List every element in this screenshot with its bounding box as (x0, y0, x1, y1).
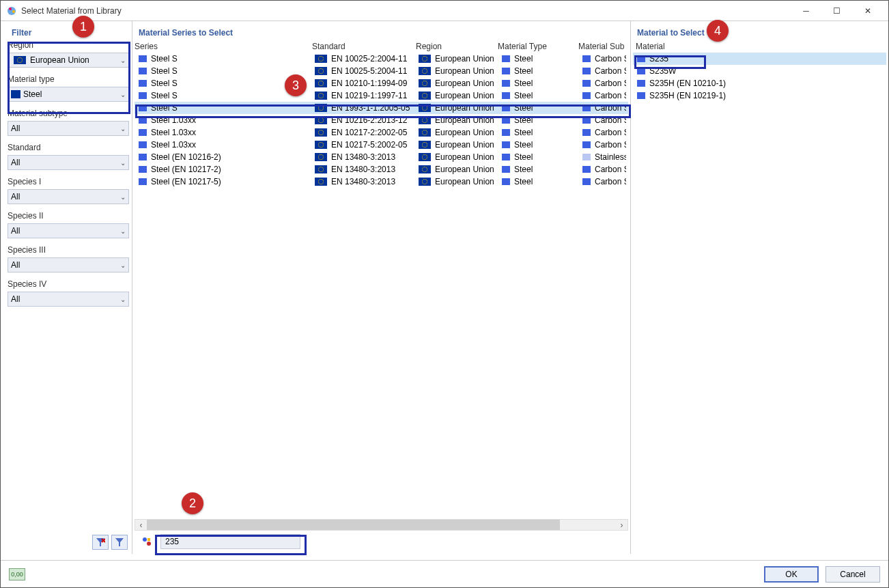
filter-combo-species-ii[interactable]: All⌄ (8, 223, 129, 238)
series-row[interactable]: Steel (EN 10217-5)EN 13480-3:2013Europea… (135, 176, 628, 188)
filter-label: Standard (8, 143, 129, 152)
filter-combo-material-subtype[interactable]: All⌄ (8, 121, 129, 136)
scroll-left-icon[interactable]: ‹ (135, 520, 147, 530)
cell: Steel S (135, 66, 312, 76)
maximize-button[interactable]: ☐ (821, 1, 852, 20)
cell: European Union (416, 54, 498, 64)
col-material-type[interactable]: Material Type (498, 42, 578, 51)
eu-flag-icon (419, 153, 431, 161)
cell: Carbon St (578, 128, 626, 137)
color-swatch-icon (502, 154, 510, 160)
eu-flag-icon (315, 92, 327, 100)
series-row[interactable]: Steel SEN 10219-1:1997-11European UnionS… (135, 89, 628, 102)
series-row[interactable]: Steel SEN 1993-1-1:2005-05European Union… (135, 102, 628, 114)
series-row[interactable]: Steel 1.03xxEN 10217-5:2002-05European U… (135, 139, 628, 151)
cell: Steel (498, 115, 578, 125)
eu-flag-icon (315, 104, 327, 112)
cell: European Union (416, 165, 498, 174)
units-button[interactable]: 0,00 (9, 568, 25, 580)
cancel-button[interactable]: Cancel (825, 566, 880, 583)
filter-combo-standard[interactable]: All⌄ (8, 155, 129, 170)
close-button[interactable]: ✕ (852, 1, 883, 20)
horizontal-scrollbar[interactable]: ‹ › (135, 519, 628, 531)
cell: EN 10210-1:1994-09 (312, 79, 416, 88)
eu-flag-icon (315, 116, 327, 124)
cell: Carbon St (578, 103, 626, 113)
filter-group: Species IIIAll⌄ (8, 245, 129, 272)
minimize-button[interactable]: ─ (791, 1, 821, 20)
cell: European Union (416, 177, 498, 186)
series-row[interactable]: Steel 1.03xxEN 10217-2:2002-05European U… (135, 126, 628, 139)
eu-flag-icon (419, 92, 431, 100)
color-swatch-icon (582, 68, 591, 74)
cell: EN 13480-3:2013 (312, 152, 416, 162)
cell: Steel S (135, 103, 312, 113)
cell: European Union (416, 115, 498, 125)
material-row[interactable]: S235W (633, 65, 886, 77)
color-swatch-icon (502, 104, 510, 111)
color-swatch-icon (139, 55, 147, 62)
material-row[interactable]: S235 (633, 53, 886, 65)
material-row[interactable]: S235H (EN 10210-1) (633, 77, 886, 89)
series-table: Series Standard Region Material Type Mat… (135, 40, 628, 516)
cell: Steel (EN 10217-5) (135, 177, 312, 186)
cell: EN 10217-2:2002-05 (312, 128, 416, 137)
eu-flag-icon (419, 79, 431, 87)
eu-flag-icon (315, 165, 327, 173)
search-input[interactable]: 235 (160, 534, 300, 549)
filter-combo-material-type[interactable]: Steel⌄ (8, 87, 129, 102)
chevron-down-icon: ⌄ (120, 125, 126, 132)
series-row[interactable]: Steel (EN 10217-2)EN 13480-3:2013Europea… (135, 163, 628, 176)
filter-combo-species-i[interactable]: All⌄ (8, 189, 129, 204)
material-name: S235H (EN 10210-1) (649, 79, 726, 88)
color-swatch-icon (582, 55, 591, 62)
cell: Steel 1.03xx (135, 115, 312, 125)
eu-flag-icon (14, 56, 26, 64)
clear-filter-button[interactable] (92, 535, 109, 550)
scroll-right-icon[interactable]: › (616, 520, 627, 530)
series-row[interactable]: Steel SEN 10210-1:1994-09European UnionS… (135, 77, 628, 89)
cell: Steel (498, 177, 578, 186)
filter-panel: Filter RegionEuropean Union⌄Material typ… (1, 21, 132, 554)
color-swatch-icon (502, 117, 510, 124)
filter-combo-species-iv[interactable]: All⌄ (8, 292, 129, 307)
col-material[interactable]: Material (633, 42, 665, 51)
col-region[interactable]: Region (416, 42, 498, 51)
cell: Steel (498, 140, 578, 150)
color-swatch-icon (139, 129, 147, 136)
series-row[interactable]: Steel SEN 10025-5:2004-11European UnionS… (135, 65, 628, 77)
color-swatch-icon (139, 104, 147, 111)
col-standard[interactable]: Standard (312, 42, 416, 51)
cell: EN 10219-1:1997-11 (312, 91, 416, 100)
eu-flag-icon (419, 178, 431, 186)
series-row[interactable]: Steel SEN 10025-2:2004-11European UnionS… (135, 53, 628, 65)
series-header-row: Series Standard Region Material Type Mat… (135, 40, 628, 53)
filter-combo-region[interactable]: European Union⌄ (8, 53, 129, 68)
cell: Carbon St (578, 115, 626, 125)
material-row[interactable]: S235H (EN 10219-1) (633, 89, 886, 102)
cell: Steel (498, 66, 578, 76)
ok-button[interactable]: OK (764, 566, 819, 583)
cell: Steel (498, 103, 578, 113)
color-swatch-icon (582, 166, 591, 173)
cell: Steel (498, 128, 578, 137)
search-mode-button[interactable] (139, 534, 155, 549)
color-swatch-icon (502, 178, 510, 185)
eu-flag-icon (419, 128, 431, 137)
filter-button[interactable] (111, 535, 128, 550)
cell: European Union (416, 103, 498, 113)
filter-value: All (11, 226, 20, 236)
series-row[interactable]: Steel (EN 10216-2)EN 13480-3:2013Europea… (135, 151, 628, 163)
filter-combo-species-iii[interactable]: All⌄ (8, 257, 129, 272)
filter-group: StandardAll⌄ (8, 143, 129, 170)
col-series[interactable]: Series (135, 42, 312, 51)
scrollbar-thumb[interactable] (147, 520, 560, 530)
eu-flag-icon (419, 55, 431, 63)
eu-flag-icon (315, 79, 327, 87)
col-material-subtype[interactable]: Material Sub (578, 42, 626, 51)
color-swatch-icon (139, 68, 147, 74)
eu-flag-icon (315, 55, 327, 63)
cell: Steel (498, 152, 578, 162)
chevron-down-icon: ⌄ (120, 296, 126, 303)
series-row[interactable]: Steel 1.03xxEN 10216-2:2013-12European U… (135, 114, 628, 126)
